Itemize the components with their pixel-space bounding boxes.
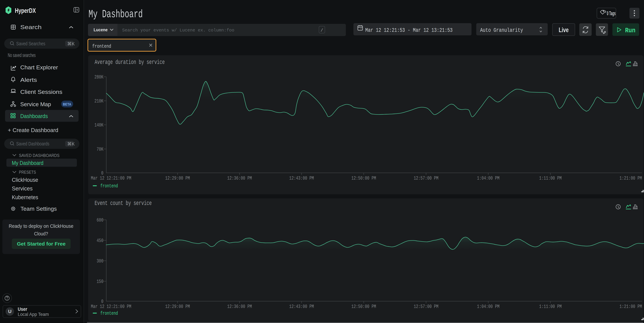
svg-text:Chart Explorer: Chart Explorer <box>20 64 58 71</box>
svg-text:frontend: frontend <box>100 310 118 316</box>
svg-text:⌘: ⌘ <box>67 41 72 46</box>
svg-text:12:43:00 PM: 12:43:00 PM <box>289 175 314 181</box>
svg-text:12:36:00 PM: 12:36:00 PM <box>227 304 252 309</box>
svg-text:No saved searches: No saved searches <box>8 52 36 58</box>
svg-text:Dashboards: Dashboards <box>20 113 48 119</box>
svg-text:1:21:00 PM: 1:21:00 PM <box>620 175 642 181</box>
svg-text:SAVED DASHBOARDS: SAVED DASHBOARDS <box>19 153 60 158</box>
svg-text:Service Map: Service Map <box>20 101 51 107</box>
svg-text:280K: 280K <box>94 74 104 80</box>
svg-text:Kubernetes: Kubernetes <box>12 194 38 200</box>
svg-text:12:57:00 PM: 12:57:00 PM <box>414 304 438 309</box>
svg-text:BETA: BETA <box>63 102 71 106</box>
svg-text:Services: Services <box>12 185 32 192</box>
svg-text:frontend: frontend <box>100 183 118 189</box>
svg-text:1:04:00 PM: 1:04:00 PM <box>477 304 500 309</box>
svg-text:Search your events w/ Lucene e: Search your events w/ Lucene ex. column:… <box>122 28 234 33</box>
svg-text:Mar 12 12:21:00 PM: Mar 12 12:21:00 PM <box>91 175 131 181</box>
svg-text:frontend: frontend <box>92 44 111 49</box>
svg-text:Get Started for Free: Get Started for Free <box>17 241 66 246</box>
svg-text:Auto Granularity: Auto Granularity <box>480 27 523 34</box>
svg-text:Lucene: Lucene <box>94 27 108 32</box>
svg-text:Alerts: Alerts <box>20 77 37 83</box>
svg-text:Client Sessions: Client Sessions <box>20 89 62 95</box>
svg-text:Search: Search <box>20 24 42 30</box>
svg-text:User: User <box>18 306 27 312</box>
svg-text:0: 0 <box>101 170 104 176</box>
svg-text:600: 600 <box>97 217 104 223</box>
svg-text:450: 450 <box>97 238 104 243</box>
svg-text:1:04:00 PM: 1:04:00 PM <box>477 175 500 181</box>
svg-text:70K: 70K <box>97 146 104 152</box>
svg-text:12:29:00 PM: 12:29:00 PM <box>165 175 190 181</box>
svg-text:/: / <box>320 28 323 33</box>
svg-text:Local App Team: Local App Team <box>18 312 49 317</box>
svg-text:12:57:00 PM: 12:57:00 PM <box>414 175 438 181</box>
svg-text:Mar 12 12:21:00 PM: Mar 12 12:21:00 PM <box>91 304 131 309</box>
svg-text:Saved Searches: Saved Searches <box>16 41 45 46</box>
svg-text:My Dashboard: My Dashboard <box>12 160 44 166</box>
svg-text:300: 300 <box>97 258 104 264</box>
svg-text:Live: Live <box>559 26 569 34</box>
svg-text:HyperDX: HyperDX <box>15 7 36 14</box>
svg-text:Saved Dashboards: Saved Dashboards <box>16 141 49 146</box>
svg-text:⌘: ⌘ <box>67 141 72 146</box>
svg-text:K: K <box>72 141 75 146</box>
svg-text:1:11:00 PM: 1:11:00 PM <box>539 304 562 309</box>
svg-text:12:36:00 PM: 12:36:00 PM <box>227 175 252 181</box>
svg-text:PRESETS: PRESETS <box>19 170 36 175</box>
svg-text:210K: 210K <box>94 98 104 104</box>
svg-text:+ Create Dashboard: + Create Dashboard <box>8 127 58 133</box>
svg-text:My Dashboard: My Dashboard <box>88 8 143 21</box>
svg-text:Mar 12 12:21:53 - Mar 12 13:21: Mar 12 12:21:53 - Mar 12 13:21:53 <box>365 27 452 34</box>
svg-text:Run: Run <box>625 27 636 34</box>
svg-text:Ready to deploy on ClickHouse: Ready to deploy on ClickHouse <box>9 223 74 229</box>
svg-text:12:29:00 PM: 12:29:00 PM <box>165 304 190 309</box>
svg-text:12:43:00 PM: 12:43:00 PM <box>289 304 314 309</box>
svg-text:140K: 140K <box>94 122 104 128</box>
svg-text:Average duration by service: Average duration by service <box>94 59 165 66</box>
svg-text:12:50:00 PM: 12:50:00 PM <box>352 304 376 309</box>
svg-text:150: 150 <box>97 279 104 284</box>
svg-text:K: K <box>72 41 75 46</box>
svg-text:12:50:00 PM: 12:50:00 PM <box>352 175 376 181</box>
svg-text:Cloud?: Cloud? <box>34 231 48 236</box>
svg-text:U: U <box>8 309 12 314</box>
svg-text:1:21:00 PM: 1:21:00 PM <box>620 304 642 309</box>
svg-text:1:11:00 PM: 1:11:00 PM <box>539 175 562 181</box>
svg-text:ClickHouse: ClickHouse <box>12 177 38 183</box>
svg-text:0: 0 <box>101 299 104 304</box>
svg-text:0 Tags: 0 Tags <box>607 10 616 17</box>
svg-text:Team Settings: Team Settings <box>20 205 57 212</box>
svg-text:Event count by service: Event count by service <box>94 200 152 207</box>
